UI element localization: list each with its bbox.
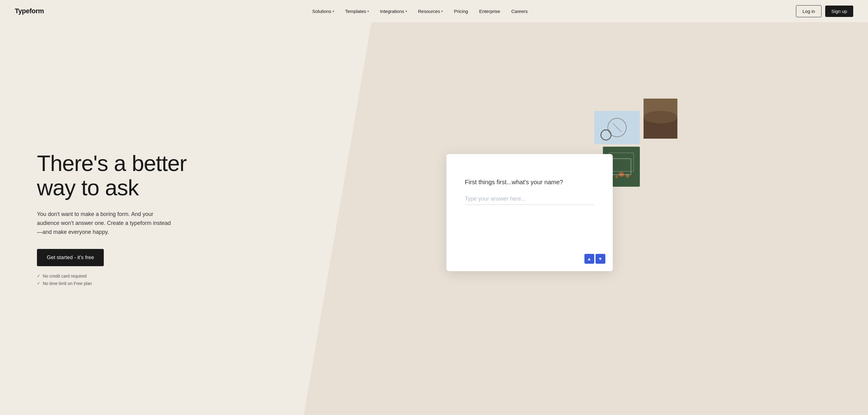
hero-subtitle: You don't want to make a boring form. An…: [37, 210, 173, 236]
nav-item-pricing[interactable]: Pricing: [454, 9, 468, 14]
form-nav-down-button[interactable]: ▼: [595, 254, 606, 264]
decorative-image-3: [644, 98, 677, 139]
nav-link-templates[interactable]: Templates ▾: [345, 9, 369, 14]
form-mockup-wrapper: First things first...what's your name? ▲…: [446, 154, 613, 284]
signup-button[interactable]: Sign up: [825, 5, 853, 17]
decorative-image-3-svg: [644, 98, 677, 139]
cta-button[interactable]: Get started - it's free: [37, 249, 104, 266]
nav-item-careers[interactable]: Careers: [511, 9, 527, 14]
nav-link-pricing[interactable]: Pricing: [454, 9, 468, 14]
form-navigation: ▲ ▼: [584, 254, 606, 264]
brand-logo[interactable]: Typeform: [15, 7, 44, 15]
nav-link-solutions[interactable]: Solutions ▾: [312, 9, 334, 14]
form-question: First things first...what's your name?: [465, 179, 594, 186]
perk-item-1: No credit card required: [37, 274, 197, 278]
hero-perks: No credit card required No time limit on…: [37, 274, 197, 286]
hero-section: There's a better way to ask You don't wa…: [0, 22, 868, 415]
form-nav-up-button[interactable]: ▲: [584, 254, 594, 264]
nav-link-careers[interactable]: Careers: [511, 9, 527, 14]
nav-item-enterprise[interactable]: Enterprise: [479, 9, 500, 14]
navbar-actions: Log in Sign up: [796, 5, 853, 17]
form-answer-input[interactable]: [465, 193, 594, 205]
perk-item-2: No time limit on Free plan: [37, 281, 197, 286]
svg-point-6: [619, 172, 624, 177]
hero-visual: First things first...what's your name? ▲…: [197, 136, 868, 302]
navbar: Typeform Solutions ▾ Templates ▾ Integra…: [0, 0, 868, 22]
nav-item-resources[interactable]: Resources ▾: [418, 9, 443, 14]
hero-title: There's a better way to ask: [37, 151, 197, 200]
nav-links: Solutions ▾ Templates ▾ Integrations ▾ R…: [312, 9, 528, 14]
nav-link-resources[interactable]: Resources ▾: [418, 9, 443, 14]
nav-link-integrations[interactable]: Integrations ▾: [380, 9, 407, 14]
svg-rect-3: [603, 129, 610, 130]
login-button[interactable]: Log in: [796, 5, 822, 17]
svg-point-7: [626, 174, 629, 178]
svg-point-11: [644, 111, 677, 123]
chevron-down-icon: ▾: [333, 9, 334, 13]
nav-link-enterprise[interactable]: Enterprise: [479, 9, 500, 14]
form-card: First things first...what's your name? ▲…: [446, 154, 613, 271]
chevron-down-icon: ▾: [405, 9, 407, 13]
hero-content: There's a better way to ask You don't wa…: [37, 151, 197, 286]
decorative-image-1: [594, 111, 640, 144]
chevron-down-icon: ▾: [441, 9, 443, 13]
nav-item-templates[interactable]: Templates ▾: [345, 9, 369, 14]
chevron-down-icon: ▾: [367, 9, 369, 13]
nav-item-solutions[interactable]: Solutions ▾: [312, 9, 334, 14]
svg-point-8: [615, 175, 618, 178]
nav-item-integrations[interactable]: Integrations ▾: [380, 9, 407, 14]
decorative-image-1-svg: [594, 111, 640, 144]
